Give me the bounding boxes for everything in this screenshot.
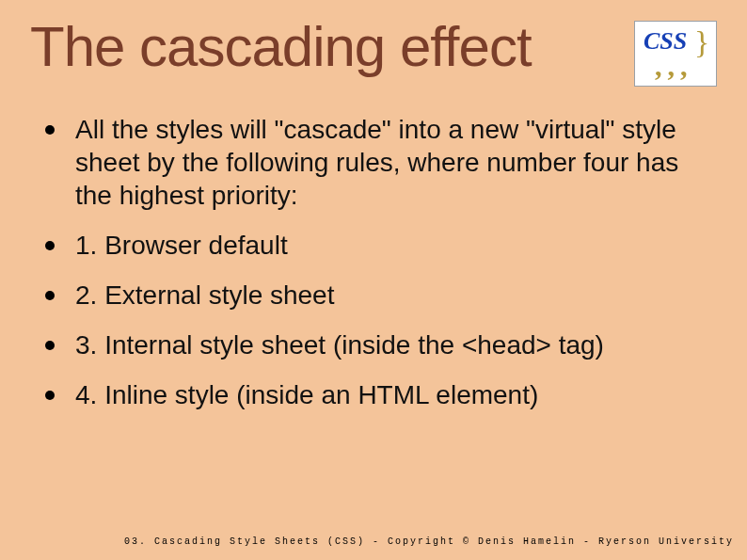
bullet-item: 3. Internal style sheet (inside the <hea… [40, 328, 717, 361]
bullet-item: All the styles will "cascade" into a new… [40, 113, 717, 212]
bullet-item: 2. External style sheet [40, 279, 717, 312]
css-logo-commas: ,,, [655, 50, 693, 81]
css-logo-svg: CSS } ,,, [638, 24, 713, 83]
css-logo-brace: } [694, 24, 709, 59]
css-logo: CSS } ,,, [634, 21, 717, 87]
footer-text: 03. Cascading Style Sheets (CSS) - Copyr… [124, 536, 734, 547]
title-row: The cascading effect CSS } ,,, [30, 17, 717, 87]
bullet-item: 1. Browser default [40, 229, 717, 262]
slide-title: The cascading effect [30, 17, 532, 76]
slide: The cascading effect CSS } ,,, All the s… [0, 0, 747, 560]
bullet-item: 4. Inline style (inside an HTML element) [40, 378, 717, 411]
bullet-list: All the styles will "cascade" into a new… [30, 113, 717, 411]
